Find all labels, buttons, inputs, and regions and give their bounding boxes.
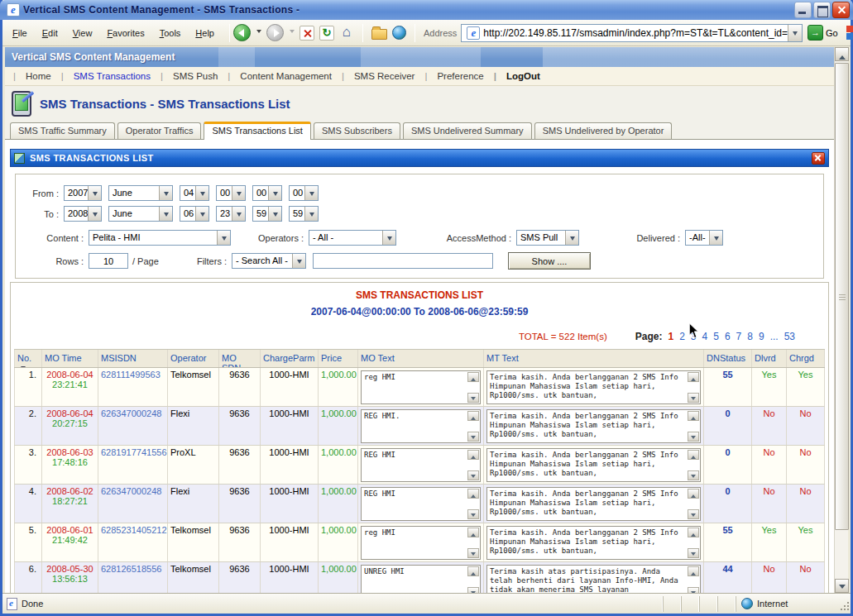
nav-item-sms-push[interactable]: SMS Push xyxy=(156,71,223,81)
scroll-up-icon[interactable] xyxy=(467,372,479,382)
page-link-7[interactable]: 7 xyxy=(736,331,742,342)
delivered-select[interactable]: -All- xyxy=(685,230,723,246)
search-field-select[interactable]: - Search All - xyxy=(232,253,306,269)
to-second-select[interactable]: 59 xyxy=(289,206,319,222)
resize-grip[interactable] xyxy=(839,596,851,612)
refresh-button[interactable] xyxy=(319,26,334,41)
mo-text-box[interactable]: REG HMI. xyxy=(361,409,481,443)
from-day-select[interactable]: 04 xyxy=(180,185,209,201)
scroll-down-icon[interactable] xyxy=(467,587,479,593)
scroll-up-icon[interactable] xyxy=(467,411,479,421)
scroll-down-icon[interactable] xyxy=(688,548,699,558)
home-button[interactable] xyxy=(339,26,354,41)
mt-text-box[interactable]: Terima kasih. Anda berlangganan 2 SMS In… xyxy=(486,487,701,521)
scroll-up-icon[interactable] xyxy=(467,450,479,460)
nav-item-content-management[interactable]: Content Management xyxy=(223,71,337,81)
menu-edit[interactable]: Edit xyxy=(36,25,65,41)
to-day-select[interactable]: 06 xyxy=(180,206,209,222)
panel-close-button[interactable] xyxy=(812,152,825,165)
nav-item-logout[interactable]: LogOut xyxy=(489,71,545,81)
stop-button[interactable] xyxy=(300,26,314,41)
vertical-scrollbar[interactable] xyxy=(834,47,848,593)
menu-tools[interactable]: Tools xyxy=(153,25,188,41)
scroll-down-icon[interactable] xyxy=(688,509,699,519)
history-globe-icon[interactable] xyxy=(392,26,406,40)
scroll-down-icon[interactable] xyxy=(467,393,479,403)
mo-text-box[interactable]: REG HMI xyxy=(361,448,481,482)
mt-text-box[interactable]: Terima kasih. Anda berlangganan 2 SMS In… xyxy=(486,448,701,482)
mt-text-box[interactable]: Terima kasih. Anda berlangganan 2 SMS In… xyxy=(486,370,701,404)
mo-text-box[interactable]: UNREG HMI xyxy=(361,565,481,593)
show-button[interactable]: Show .... xyxy=(508,252,591,270)
scroll-down-icon[interactable] xyxy=(688,587,699,593)
tab-sms-subscribers[interactable]: SMS Subscribers xyxy=(314,122,400,139)
menu-favorites[interactable]: Favorites xyxy=(100,25,151,41)
back-button[interactable] xyxy=(233,24,251,41)
from-hour-select[interactable]: 00 xyxy=(216,185,246,201)
address-input[interactable]: http://202.149.85.117/smsadmin/index.php… xyxy=(461,24,803,42)
scroll-down-icon[interactable] xyxy=(467,432,479,442)
tab-sms-undelivered-by-operator[interactable]: SMS Undelivered by Operator xyxy=(534,122,673,139)
mt-text-box[interactable]: Terima kasih. Anda berlangganan 2 SMS In… xyxy=(486,526,701,560)
tab-sms-traffic-summary[interactable]: SMS Traffic Summary xyxy=(10,122,115,139)
scroll-down-icon[interactable] xyxy=(688,393,699,403)
page-link-8[interactable]: 8 xyxy=(747,331,753,342)
page-link-53[interactable]: 53 xyxy=(784,331,795,342)
menu-help[interactable]: Help xyxy=(189,25,221,41)
scrollbar-down-button[interactable] xyxy=(835,579,849,593)
from-minute-select[interactable]: 00 xyxy=(252,185,282,201)
scroll-up-icon[interactable] xyxy=(688,528,699,537)
sort-dropdown-icon[interactable] xyxy=(21,366,26,367)
tab-sms-transactions-list[interactable]: SMS Transactions List xyxy=(204,122,310,140)
from-second-select[interactable]: 00 xyxy=(289,185,319,201)
scroll-up-icon[interactable] xyxy=(467,489,479,499)
address-url[interactable]: http://202.149.85.117/smsadmin/index.php… xyxy=(483,27,788,39)
tab-sms-undelivered-summary[interactable]: SMS Undelivered Summary xyxy=(403,122,532,139)
scroll-up-icon[interactable] xyxy=(688,489,699,499)
scroll-up-icon[interactable] xyxy=(467,528,479,537)
to-minute-select[interactable]: 59 xyxy=(252,206,282,222)
page-link-6[interactable]: 6 xyxy=(725,331,731,342)
forward-dropdown-icon[interactable] xyxy=(290,30,295,36)
scroll-up-icon[interactable] xyxy=(688,450,699,460)
scroll-up-icon[interactable] xyxy=(688,372,699,382)
scroll-down-icon[interactable] xyxy=(688,432,699,442)
page-link-2[interactable]: 2 xyxy=(679,331,685,342)
back-dropdown-icon[interactable] xyxy=(256,30,261,36)
nav-item-home[interactable]: Home xyxy=(8,71,56,81)
to-month-select[interactable]: June xyxy=(108,206,173,222)
from-year-select[interactable]: 2007 xyxy=(64,185,102,201)
from-month-select[interactable]: June xyxy=(108,185,173,201)
scroll-down-icon[interactable] xyxy=(467,509,479,519)
page-link-4[interactable]: 4 xyxy=(702,331,708,342)
nav-item-sms-transactions[interactable]: SMS Transactions xyxy=(56,71,156,81)
mo-text-box[interactable]: REG HMI xyxy=(361,487,481,521)
page-link-9[interactable]: 9 xyxy=(759,331,764,342)
go-button[interactable]: Go xyxy=(807,25,838,41)
scroll-down-icon[interactable] xyxy=(467,470,479,480)
col-no[interactable]: No. xyxy=(14,350,42,367)
content-select[interactable]: Pelita - HMI xyxy=(89,230,231,246)
page-link-1[interactable]: 1 xyxy=(668,331,673,342)
minimize-button[interactable] xyxy=(794,2,812,18)
access-method-select[interactable]: SMS Pull xyxy=(516,230,579,246)
scroll-down-icon[interactable] xyxy=(467,548,479,558)
operators-select[interactable]: - All - xyxy=(309,230,396,246)
scrollbar-thumb[interactable] xyxy=(835,63,849,530)
nav-item-preference[interactable]: Preference xyxy=(419,71,488,81)
favorites-folder-icon[interactable] xyxy=(371,29,387,40)
page-link-5[interactable]: 5 xyxy=(713,331,719,342)
scroll-up-icon[interactable] xyxy=(467,566,479,576)
maximize-button[interactable] xyxy=(813,2,831,18)
to-hour-select[interactable]: 23 xyxy=(216,206,246,222)
search-input[interactable] xyxy=(313,253,493,269)
forward-button[interactable] xyxy=(266,24,284,41)
mt-text-box[interactable]: Terima kasih. Anda berlangganan 2 SMS In… xyxy=(486,409,701,443)
scroll-up-icon[interactable] xyxy=(688,566,699,576)
mt-text-box[interactable]: Terima kasih atas partisipasinya. Anda t… xyxy=(486,565,701,593)
mo-text-box[interactable]: reg HMI xyxy=(361,526,481,560)
scroll-up-icon[interactable] xyxy=(688,411,699,421)
menu-view[interactable]: View xyxy=(66,25,99,41)
menu-file[interactable]: File xyxy=(6,25,34,41)
scrollbar-up-button[interactable] xyxy=(835,47,849,61)
